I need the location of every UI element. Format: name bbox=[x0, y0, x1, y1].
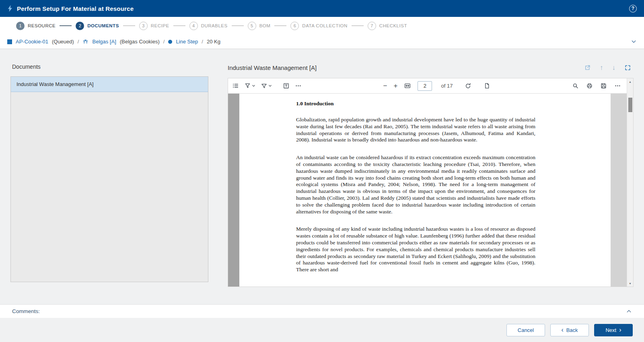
page-number-input[interactable] bbox=[418, 81, 432, 91]
chevron-right-icon: › bbox=[619, 327, 621, 333]
step-label: DATA COLLECTION bbox=[302, 23, 348, 28]
step-label: RECIPE bbox=[151, 23, 169, 28]
pdf-viewer: − + of 17 bbox=[228, 78, 634, 287]
hand-tool-dropdown[interactable] bbox=[244, 82, 255, 89]
step-label: DURABLES bbox=[201, 23, 228, 28]
save-icon[interactable] bbox=[600, 82, 607, 89]
step-number: 3 bbox=[139, 22, 148, 30]
viewer-document-title: Industrial Waste Management [A] bbox=[228, 64, 317, 71]
pdf-toolbar-center: − + of 17 bbox=[383, 81, 491, 91]
step-number: 1 bbox=[16, 22, 25, 30]
scrollbar-thumb[interactable] bbox=[628, 98, 632, 112]
quantity-value: 20 Kg bbox=[207, 39, 220, 45]
documents-list: Industrial Waste Management [A] bbox=[10, 76, 208, 282]
back-button[interactable]: ‹ Back bbox=[550, 324, 589, 336]
sidebar-toggle-icon[interactable] bbox=[232, 82, 239, 89]
pdf-document-area: 1.0 Introduction Globalization, rapid po… bbox=[228, 94, 627, 287]
pdf-page-margin bbox=[228, 94, 239, 287]
viewer-scrollbar[interactable]: ▲ ▼ bbox=[627, 78, 633, 287]
page-count-label: of 17 bbox=[441, 83, 453, 89]
wizard-stepper: 1 RESOURCE 2 DOCUMENTS 3 RECIPE 4 DURABL… bbox=[0, 17, 644, 35]
breadcrumb-resource-link[interactable]: Belgas [A] bbox=[92, 39, 116, 45]
breadcrumb-separator: / bbox=[163, 39, 165, 45]
step-durables[interactable]: 4 DURABLES bbox=[189, 22, 228, 30]
chevron-down-icon bbox=[252, 84, 255, 88]
text-annotation-icon[interactable] bbox=[283, 82, 290, 89]
select-tool-icon bbox=[261, 82, 267, 89]
zoom-in-icon[interactable]: + bbox=[394, 82, 398, 89]
step-documents[interactable]: 2 DOCUMENTS bbox=[76, 22, 119, 30]
chevron-down-icon[interactable] bbox=[631, 39, 637, 45]
list-item[interactable]: Industrial Waste Management [A] bbox=[11, 77, 208, 92]
step-recipe[interactable]: 3 RECIPE bbox=[139, 22, 169, 30]
bolt-icon bbox=[7, 5, 13, 12]
more-options-icon[interactable] bbox=[614, 82, 621, 89]
app-header: Perform Setup For Material at Resource ? bbox=[0, 0, 644, 17]
resource-icon bbox=[82, 39, 88, 45]
next-button-label: Next bbox=[605, 327, 616, 333]
step-checklist[interactable]: 7 CHECKLIST bbox=[368, 22, 407, 30]
breadcrumb-separator: / bbox=[202, 39, 203, 45]
wizard-footer: Cancel ‹ Back Next › bbox=[0, 318, 644, 342]
document-viewer-panel: Industrial Waste Management [A] ↑ ↓ bbox=[228, 57, 634, 304]
main-content: Documents Industrial Waste Management [A… bbox=[0, 49, 644, 304]
flow-step-icon bbox=[168, 40, 172, 44]
cancel-button[interactable]: Cancel bbox=[506, 324, 545, 336]
step-connector bbox=[352, 25, 364, 26]
step-data-collection[interactable]: 6 DATA COLLECTION bbox=[290, 22, 348, 30]
chevron-up-icon[interactable] bbox=[626, 308, 632, 314]
chevron-down-icon bbox=[268, 84, 272, 88]
select-tool-dropdown[interactable] bbox=[261, 82, 272, 89]
document-heading: 1.0 Introduction bbox=[296, 100, 535, 107]
move-up-icon[interactable]: ↑ bbox=[600, 64, 603, 71]
step-number: 5 bbox=[248, 22, 256, 30]
chevron-left-icon: ‹ bbox=[561, 327, 563, 333]
viewer-header-actions: ↑ ↓ bbox=[584, 64, 634, 71]
step-label: RESOURCE bbox=[28, 23, 56, 28]
step-label: DOCUMENTS bbox=[87, 23, 119, 28]
pdf-viewer-main: − + of 17 bbox=[228, 78, 627, 287]
step-number: 4 bbox=[189, 22, 198, 30]
breadcrumb-material-link[interactable]: AP-Cookie-01 bbox=[16, 39, 48, 45]
next-button[interactable]: Next › bbox=[594, 324, 633, 336]
step-resource[interactable]: 1 RESOURCE bbox=[16, 22, 56, 30]
documents-panel: Documents Industrial Waste Management [A… bbox=[10, 57, 208, 304]
move-down-icon[interactable]: ↓ bbox=[612, 64, 616, 71]
documents-panel-title: Documents bbox=[12, 63, 208, 70]
breadcrumb-step-link[interactable]: Line Step bbox=[176, 39, 198, 45]
page-layout-icon[interactable] bbox=[484, 82, 490, 89]
step-connector bbox=[274, 25, 286, 26]
hand-tool-icon bbox=[244, 82, 251, 89]
zoom-out-icon[interactable]: − bbox=[383, 82, 387, 89]
search-icon[interactable] bbox=[572, 82, 579, 89]
step-label: BOM bbox=[259, 23, 271, 28]
more-tools-icon[interactable] bbox=[295, 82, 302, 89]
fit-width-icon[interactable] bbox=[404, 82, 411, 89]
step-number: 2 bbox=[76, 22, 84, 30]
app-window: Perform Setup For Material at Resource ?… bbox=[0, 0, 644, 342]
fullscreen-icon[interactable] bbox=[624, 64, 631, 71]
open-in-new-icon[interactable] bbox=[584, 64, 591, 71]
step-connector bbox=[123, 25, 135, 26]
rotate-icon[interactable] bbox=[465, 82, 471, 89]
document-paragraph: Merely disposing of any kind of waste in… bbox=[296, 226, 535, 273]
pdf-toolbar-right bbox=[572, 82, 623, 89]
document-paragraph: Globalization, rapid population growth a… bbox=[296, 117, 535, 143]
back-button-label: Back bbox=[566, 327, 578, 333]
print-icon[interactable] bbox=[586, 82, 593, 89]
step-number: 6 bbox=[290, 22, 299, 30]
resource-description: (Belgas Cookies) bbox=[120, 39, 160, 45]
material-status: (Queued) bbox=[52, 39, 74, 45]
pdf-page-text: 1.0 Introduction Globalization, rapid po… bbox=[296, 100, 535, 273]
scroll-up-icon[interactable]: ▲ bbox=[627, 78, 633, 85]
pdf-page: 1.0 Introduction Globalization, rapid po… bbox=[239, 94, 611, 287]
scroll-down-icon[interactable]: ▼ bbox=[627, 280, 633, 287]
material-icon bbox=[7, 39, 12, 44]
step-label: CHECKLIST bbox=[379, 23, 407, 28]
help-icon[interactable]: ? bbox=[629, 5, 637, 12]
step-connector bbox=[60, 25, 72, 26]
step-connector bbox=[173, 25, 185, 26]
pdf-toolbar-left bbox=[232, 82, 302, 89]
pdf-toolbar: − + of 17 bbox=[228, 78, 627, 94]
step-bom[interactable]: 5 BOM bbox=[248, 22, 271, 30]
